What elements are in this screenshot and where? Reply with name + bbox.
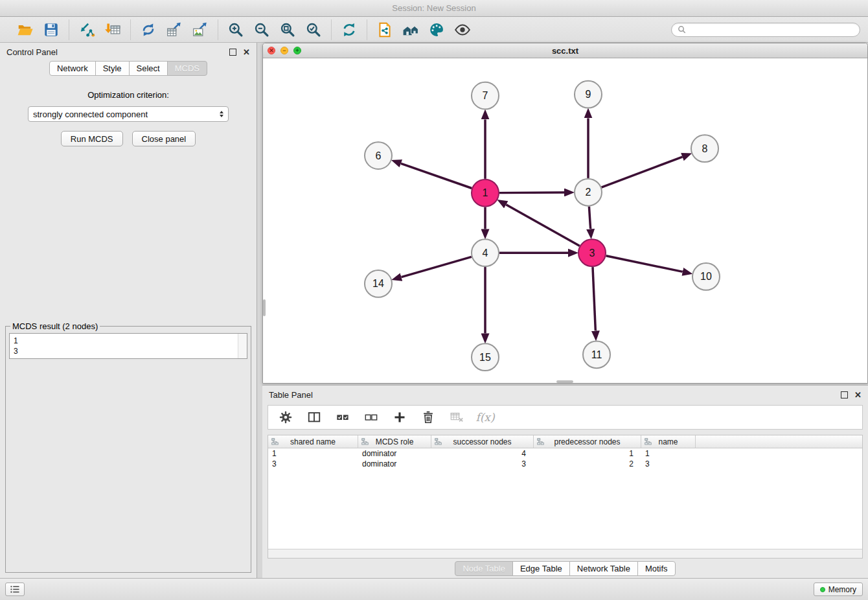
table-horizontal-scrollbar[interactable] <box>268 549 862 558</box>
mcds-result-area[interactable]: 13 <box>9 333 247 359</box>
control-panel-close-icon[interactable]: ✕ <box>243 48 250 56</box>
zoom-in-button[interactable] <box>224 19 247 40</box>
graph-edge-2-8[interactable] <box>602 157 683 187</box>
style-brush-button[interactable] <box>425 19 448 40</box>
close-panel-button[interactable]: Close panel <box>132 131 196 146</box>
cell-predecessor-nodes[interactable]: 2 <box>534 459 641 469</box>
export-network-button[interactable] <box>137 19 160 40</box>
cell-mcds-role[interactable]: dominator <box>358 448 431 459</box>
graph-node-7[interactable]: 7 <box>472 82 499 110</box>
toolbar-group <box>367 19 480 40</box>
graph-node-label: 8 <box>702 143 708 154</box>
cell-mcds-role[interactable]: dominator <box>358 459 431 469</box>
column-header-predecessor-nodes[interactable]: predecessor nodes <box>534 435 641 448</box>
table-row[interactable]: 3dominator323 <box>268 459 862 469</box>
run-mcds-button[interactable]: Run MCDS <box>61 131 123 146</box>
optimization-select[interactable]: strongly connected component <box>28 106 229 122</box>
table-panel-close-icon[interactable]: ✕ <box>854 391 862 399</box>
graph-edge-3-1[interactable] <box>506 205 580 246</box>
column-header-successor-nodes[interactable]: successor nodes <box>431 435 534 448</box>
deselect-all-rows-button[interactable] <box>361 408 381 427</box>
cell-predecessor-nodes[interactable]: 1 <box>534 448 641 459</box>
export-table-button[interactable] <box>163 19 186 40</box>
graph-edge-1-6[interactable] <box>401 163 472 188</box>
import-table-button[interactable] <box>101 19 124 40</box>
cell-name[interactable]: 3 <box>641 459 696 469</box>
table-panel-float-icon[interactable] <box>841 391 848 398</box>
delete-row-button[interactable] <box>418 408 438 427</box>
save-session-button[interactable] <box>40 19 63 40</box>
export-image-button[interactable] <box>188 19 212 40</box>
table-body: 1dominator4113dominator323 <box>268 448 862 549</box>
status-menu-button[interactable] <box>5 583 25 596</box>
maximize-window-icon[interactable]: + <box>293 47 301 54</box>
tab-mcds[interactable]: MCDS <box>167 61 207 76</box>
table-row[interactable]: 1dominator411 <box>268 448 862 459</box>
toolbar-groups <box>8 17 480 42</box>
cell-name[interactable]: 1 <box>641 448 696 459</box>
tab-node-table[interactable]: Node Table <box>455 561 513 576</box>
home-icon <box>402 21 419 38</box>
graph-node-1[interactable]: 1 <box>472 179 499 207</box>
column-header-mcds-role[interactable]: MCDS role <box>358 435 431 448</box>
cell-shared-name[interactable]: 1 <box>268 448 358 459</box>
minimize-window-icon[interactable]: − <box>280 47 288 54</box>
import-table-icon <box>104 21 121 38</box>
cell-shared-name[interactable]: 3 <box>268 459 358 469</box>
close-window-icon[interactable]: ✕ <box>268 47 275 54</box>
graph-node-9[interactable]: 9 <box>575 81 602 108</box>
network-canvas[interactable]: 1234678910111415 <box>263 58 867 383</box>
tab-edge-table[interactable]: Edge Table <box>512 561 570 576</box>
zoom-selected-button[interactable] <box>302 19 325 40</box>
column-header-shared-name[interactable]: shared name <box>268 435 358 448</box>
graph-node-8[interactable]: 8 <box>691 135 718 162</box>
result-line: 3 <box>14 346 236 356</box>
graph-node-label: 2 <box>586 187 591 198</box>
eye-button[interactable] <box>451 19 474 40</box>
horizontal-scrollbar-thumb[interactable] <box>556 380 573 383</box>
delete-table-button <box>447 408 466 427</box>
graph-node-11[interactable]: 11 <box>583 341 610 368</box>
graph-node-10[interactable]: 10 <box>692 263 720 290</box>
column-layout-button[interactable] <box>304 408 324 427</box>
memory-button[interactable]: Memory <box>814 583 863 596</box>
add-row-button[interactable] <box>390 408 409 427</box>
tab-network-table[interactable]: Network Table <box>569 561 638 576</box>
mcds-result-lines: 13 <box>14 336 236 356</box>
select-all-rows-button[interactable] <box>333 408 352 427</box>
settings-gear-button[interactable] <box>276 408 295 427</box>
network-file-button[interactable] <box>373 19 396 40</box>
graph-node-15[interactable]: 15 <box>472 343 499 371</box>
tab-motifs[interactable]: Motifs <box>637 561 676 576</box>
zoom-fit-button[interactable] <box>276 19 299 40</box>
refresh-button[interactable] <box>337 19 361 40</box>
cell-successor-nodes[interactable]: 4 <box>431 448 534 459</box>
status-bar: Memory <box>0 578 868 600</box>
zoom-out-button[interactable] <box>250 19 273 40</box>
search-box[interactable] <box>671 23 860 37</box>
vertical-scrollbar-thumb[interactable] <box>263 299 266 316</box>
home-button[interactable] <box>399 19 422 40</box>
cell-successor-nodes[interactable]: 3 <box>431 459 534 469</box>
column-header-name[interactable]: name <box>641 435 696 448</box>
graph-edge-3-10[interactable] <box>606 256 683 272</box>
graph-edge-3-11[interactable] <box>593 267 595 330</box>
tab-style[interactable]: Style <box>95 61 130 76</box>
graph-node-4[interactable]: 4 <box>472 239 499 266</box>
graph-node-14[interactable]: 14 <box>365 270 392 297</box>
graph-edge-2-3[interactable] <box>589 207 590 229</box>
graph-node-3[interactable]: 3 <box>578 239 606 266</box>
control-panel-header: Control Panel ✕ <box>0 43 257 61</box>
import-network-button[interactable] <box>75 19 98 40</box>
graph-node-2[interactable]: 2 <box>575 179 602 206</box>
result-scrollbar[interactable] <box>238 334 247 358</box>
search-input[interactable] <box>689 24 854 35</box>
open-session-button[interactable] <box>14 19 37 40</box>
save-session-icon <box>43 21 60 38</box>
control-panel-float-icon[interactable] <box>229 49 236 56</box>
tab-select[interactable]: Select <box>129 61 168 76</box>
graph-edge-4-14[interactable] <box>402 257 472 277</box>
graph-edge-1-2[interactable] <box>499 192 564 193</box>
graph-node-6[interactable]: 6 <box>365 142 392 169</box>
tab-network[interactable]: Network <box>49 61 96 76</box>
